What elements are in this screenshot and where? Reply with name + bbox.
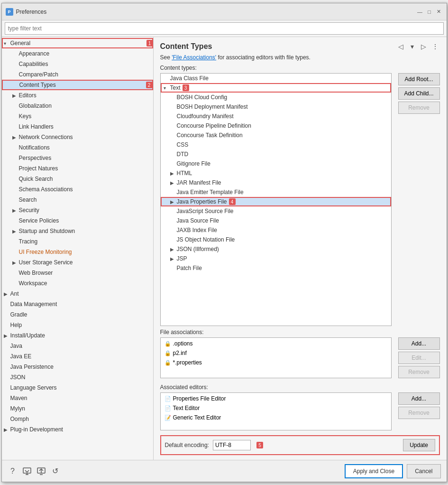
- right-panel: Content Types ◁ ▾ ▷ ⋮ See 'File Associat…: [154, 37, 447, 460]
- sidebar-item-startup-shutdown[interactable]: ▶ Startup and Shutdown: [2, 226, 153, 236]
- sidebar-item-gradle[interactable]: Gradle: [2, 309, 153, 320]
- sidebar-item-java-ee[interactable]: Java EE: [2, 351, 153, 362]
- ct-item-bosh-cloud[interactable]: BOSH Cloud Config: [161, 93, 391, 102]
- fa-remove-button[interactable]: Remove: [398, 366, 440, 378]
- sidebar-item-plug-in-dev[interactable]: ▶ Plug-in Development: [2, 424, 153, 435]
- ct-item-bosh-deployment[interactable]: BOSH Deployment Manifest: [161, 102, 391, 112]
- sidebar-item-install-update[interactable]: ▶ Install/Update: [2, 330, 153, 341]
- sidebar-item-globalization[interactable]: Globalization: [2, 101, 153, 111]
- ct-item-concourse-task[interactable]: Concourse Task Definition: [161, 131, 391, 140]
- ct-item-javascript-source[interactable]: JavaScript Source File: [161, 206, 391, 216]
- sidebar-item-project-natures[interactable]: Project Natures: [2, 163, 153, 174]
- fa-item-options[interactable]: 🔒 .options: [163, 339, 389, 348]
- sidebar-item-perspectives[interactable]: Perspectives: [2, 153, 153, 163]
- sidebar-item-workspace[interactable]: Workspace: [2, 278, 153, 289]
- file-associations-link[interactable]: 'File Associations': [172, 54, 216, 61]
- sidebar-item-oomph[interactable]: Oomph: [2, 414, 153, 424]
- bottom-icons: ? ↺: [8, 466, 341, 476]
- sidebar-item-keys[interactable]: Keys: [2, 111, 153, 121]
- sidebar-item-maven[interactable]: Maven: [2, 393, 153, 403]
- sidebar-item-java-persistence[interactable]: Java Persistence: [2, 362, 153, 372]
- ct-item-css[interactable]: CSS: [161, 140, 391, 149]
- ct-item-java-emitter[interactable]: Java Emitter Template File: [161, 187, 391, 197]
- forward-button[interactable]: ▷: [419, 42, 429, 51]
- ct-item-text[interactable]: ▾ Text 3: [161, 83, 391, 93]
- sidebar-item-network-connections[interactable]: ▶ Network Connections: [2, 132, 153, 142]
- import-button[interactable]: [22, 466, 32, 476]
- add-root-button[interactable]: Add Root...: [398, 73, 440, 85]
- close-button[interactable]: ✕: [435, 8, 443, 16]
- help-button[interactable]: ?: [8, 466, 18, 476]
- ae-remove-button[interactable]: Remove: [398, 407, 440, 419]
- ae-item-properties-editor[interactable]: 📄 Properties File Editor: [163, 394, 389, 403]
- sidebar-item-java[interactable]: Java: [2, 341, 153, 351]
- sidebar-item-help[interactable]: Help: [2, 320, 153, 330]
- sidebar-item-ui-freeze[interactable]: UI Freeze Monitoring: [2, 247, 153, 257]
- menu-button[interactable]: ⋮: [430, 42, 440, 51]
- sidebar-item-search[interactable]: Search: [2, 195, 153, 205]
- ct-item-cloudfoundry[interactable]: Cloudfoundry Manifest: [161, 112, 391, 121]
- ct-item-dtd[interactable]: DTD: [161, 149, 391, 159]
- update-button[interactable]: Update: [403, 439, 435, 451]
- sidebar-item-security[interactable]: ▶ Security: [2, 205, 153, 215]
- apply-close-button[interactable]: Apply and Close: [345, 464, 403, 478]
- back-dropdown-button[interactable]: ▾: [408, 42, 417, 51]
- sidebar-item-appearance[interactable]: Appearance: [2, 48, 153, 59]
- sidebar-item-content-types[interactable]: Content Types 2: [2, 80, 153, 90]
- sidebar-item-service-policies[interactable]: Service Policies: [2, 215, 153, 226]
- sidebar-item-ant[interactable]: ▶ Ant: [2, 289, 153, 299]
- sidebar-item-editors[interactable]: ▶ Editors: [2, 90, 153, 101]
- ct-item-jaxb-index[interactable]: JAXB Index File: [161, 225, 391, 235]
- ct-item-java-class-file[interactable]: Java Class File: [161, 74, 391, 83]
- sidebar-item-capabilities[interactable]: Capabilities: [2, 59, 153, 69]
- sidebar-item-data-management[interactable]: Data Management: [2, 299, 153, 309]
- fa-add-button[interactable]: Add...: [398, 337, 440, 350]
- file-assoc-buttons: Add... Edit... Remove: [398, 337, 440, 378]
- file-associations-label: File associations:: [160, 329, 440, 336]
- revert-button[interactable]: ↺: [50, 466, 61, 476]
- titlebar: P Preferences — □ ✕: [2, 3, 447, 20]
- sidebar-item-schema-assoc[interactable]: Schema Associations: [2, 184, 153, 195]
- ct-item-patch-file[interactable]: Patch File: [161, 263, 391, 273]
- ct-item-concourse-pipeline[interactable]: Concourse Pipeline Definition: [161, 121, 391, 131]
- add-child-button[interactable]: Add Child...: [398, 87, 440, 100]
- export-button[interactable]: [36, 466, 46, 476]
- sidebar-item-tracing[interactable]: Tracing: [2, 236, 153, 247]
- maximize-button[interactable]: □: [426, 8, 433, 16]
- sidebar-item-general[interactable]: ▾ General 1: [2, 38, 153, 48]
- fa-item-properties[interactable]: 🔒 *.properties: [163, 358, 389, 367]
- sidebar-item-notifications[interactable]: Notifications: [2, 142, 153, 153]
- ct-item-json-illformed[interactable]: ▶ JSON (Illformed): [161, 244, 391, 254]
- ct-item-js-object-notation[interactable]: JS Object Notation File: [161, 235, 391, 244]
- fa-edit-button[interactable]: Edit...: [398, 352, 440, 364]
- ct-item-html[interactable]: ▶ HTML: [161, 168, 391, 178]
- ct-item-gitignore[interactable]: Gitignore File: [161, 159, 391, 168]
- sidebar-item-compare-patch[interactable]: Compare/Patch: [2, 69, 153, 80]
- ct-item-jar-manifest[interactable]: ▶ JAR Manifest File: [161, 178, 391, 187]
- back-button[interactable]: ◁: [396, 42, 406, 51]
- fa-item-p2inf[interactable]: 🔒 p2.inf: [163, 348, 389, 358]
- encoding-input[interactable]: [213, 440, 251, 450]
- content-types-buttons: Add Root... Add Child... Remove: [398, 73, 440, 326]
- ae-add-button[interactable]: Add...: [398, 392, 440, 405]
- ae-item-text-editor[interactable]: 📄 Text Editor: [163, 403, 389, 413]
- sidebar-item-web-browser[interactable]: Web Browser: [2, 268, 153, 278]
- sidebar-item-mylyn[interactable]: Mylyn: [2, 403, 153, 414]
- ae-item-generic-text-editor[interactable]: 📝 Generic Text Editor: [163, 413, 389, 422]
- sidebar-item-link-handlers[interactable]: Link Handlers: [2, 121, 153, 132]
- sidebar-item-quick-search[interactable]: Quick Search: [2, 174, 153, 184]
- ct-item-jsp[interactable]: ▶ JSP: [161, 254, 391, 263]
- remove-content-type-button[interactable]: Remove: [398, 102, 440, 114]
- associated-editors-section: 📄 Properties File Editor 📄 Text Editor 📝…: [160, 392, 440, 430]
- ct-item-java-source[interactable]: Java Source File: [161, 216, 391, 225]
- search-input[interactable]: [5, 22, 444, 35]
- ct-item-java-properties[interactable]: ▶ Java Properties File 4: [161, 197, 391, 206]
- sidebar-item-language-servers[interactable]: Language Servers: [2, 382, 153, 393]
- minimize-button[interactable]: —: [416, 8, 424, 16]
- lock-icon: 🔒: [165, 360, 171, 366]
- sidebar-item-json[interactable]: JSON: [2, 372, 153, 382]
- sidebar-item-user-storage[interactable]: ▶ User Storage Service: [2, 257, 153, 268]
- cancel-button[interactable]: Cancel: [407, 464, 440, 478]
- panel-toolbar: ◁ ▾ ▷ ⋮: [396, 42, 440, 51]
- panel-title: Content Types: [160, 42, 212, 51]
